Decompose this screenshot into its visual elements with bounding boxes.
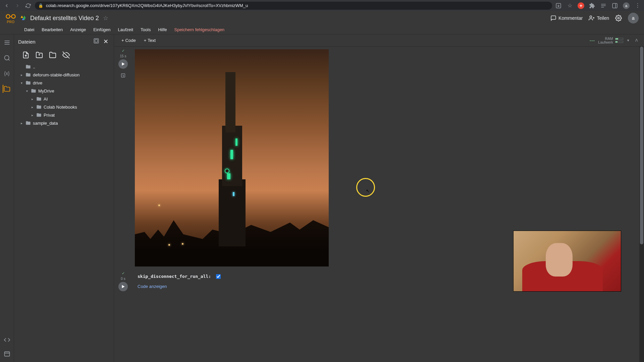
folder-icon [31,88,36,94]
comment-button[interactable]: Kommentar [550,15,583,21]
menu-runtime[interactable]: Laufzeit [115,26,137,34]
cell-1-output-image [135,49,329,266]
notebook-scrollbar[interactable] [639,47,644,362]
tree-row[interactable]: ▸Colab Notebooks [17,103,111,111]
svg-point-8 [590,16,592,18]
star-document-icon[interactable]: ☆ [103,14,108,22]
menu-tools[interactable]: Tools [137,26,154,34]
reading-list-icon[interactable] [600,2,607,9]
document-title[interactable]: Defaukt erstelltes Video 2 [30,15,99,22]
chevron-right-icon[interactable]: ▸ [30,97,34,101]
menu-help[interactable]: Hilfe [155,26,170,34]
scrollbar-thumb[interactable] [640,47,643,244]
chevron-right-icon[interactable]: ▸ [30,105,34,109]
browser-menu-icon[interactable]: ⋮ [634,2,641,9]
share-button[interactable]: Teilen [589,15,609,21]
code-snippets-icon[interactable] [3,336,11,344]
ram-bar [615,38,623,40]
files-icon[interactable] [3,85,11,93]
cell-output-toggle-icon[interactable] [120,73,126,78]
menu-file[interactable]: Datei [21,26,38,34]
svg-point-15 [4,56,9,60]
check-icon: ✓ [122,49,125,53]
cell-2-time: 0 s [121,277,125,281]
upload-icon[interactable] [22,51,30,59]
side-panel-icon[interactable] [611,2,619,9]
pro-badge: PRO [7,20,14,24]
search-icon[interactable] [3,54,11,62]
terminal-icon[interactable] [3,350,11,358]
resource-dropdown-icon[interactable]: ▾ [625,38,631,43]
tree-row[interactable]: ▸sample_data [17,119,111,127]
folder-icon [25,80,31,85]
back-button[interactable] [3,2,11,10]
forward-button[interactable] [13,2,21,10]
extension-red-icon[interactable]: + [578,2,584,9]
user-avatar[interactable]: a [628,13,639,23]
show-code-link[interactable]: Code anzeigen [138,284,167,289]
svg-line-16 [8,59,9,61]
ram-label: RAM [605,37,613,41]
tree-label: sample_data [33,121,58,126]
mount-drive-icon[interactable] [49,51,56,59]
colab-logo[interactable]: PRO [5,13,16,24]
add-text-button[interactable]: +Text [141,37,159,44]
close-panel-icon[interactable]: ✕ [102,38,110,45]
collapse-header-icon[interactable]: ᐱ [633,38,640,43]
new-window-icon[interactable] [93,38,99,45]
svg-marker-23 [122,62,125,65]
menu-view[interactable]: Anzeige [67,26,89,34]
folder-icon [36,96,42,102]
folder-icon [36,112,42,118]
svg-marker-25 [122,285,125,288]
svg-rect-20 [95,40,98,42]
run-cell-1-button[interactable] [118,59,128,69]
tree-row[interactable]: ▾MyDrive [17,87,111,95]
tree-label: AI [44,97,48,102]
file-toolbar [14,49,114,63]
share-icon [589,15,595,21]
install-icon[interactable] [555,2,562,9]
menu-bar: Datei Bearbeiten Anzeige Einfügen Laufze… [0,25,644,35]
toggle-hidden-icon[interactable] [62,51,70,59]
left-rail: {x} [0,35,14,362]
run-cell-2-button[interactable] [118,282,128,291]
reload-button[interactable] [24,2,32,10]
toc-icon[interactable] [3,39,11,47]
file-panel: Dateien ✕ ..▸deforum-stable-diffusion▾dr… [14,35,114,362]
disk-label: Laufwerk [598,41,613,44]
menu-insert[interactable]: Einfügen [90,26,114,34]
svg-point-6 [6,14,10,18]
svg-rect-19 [94,39,99,43]
variables-icon[interactable]: {x} [3,69,11,77]
settings-button[interactable] [615,15,622,21]
menu-edit[interactable]: Bearbeiten [38,26,66,34]
extensions-icon[interactable] [588,2,596,9]
file-tree: ..▸deforum-stable-diffusion▾drive▾MyDriv… [14,63,114,127]
resource-monitor[interactable]: --- RAM Laufwerk ▾ ᐱ [589,37,640,44]
tree-row[interactable]: ▾drive [17,79,111,87]
tree-row[interactable]: ▸deforum-stable-diffusion [17,71,111,79]
url-bar[interactable]: 🔒 colab.research.google.com/drive/107yKR… [35,2,552,10]
chevron-right-icon[interactable]: ▸ [30,113,34,117]
tree-row[interactable]: ▸AI [17,95,111,103]
tree-label: drive [33,80,42,85]
connection-status-icon: --- [589,38,595,44]
webcam-overlay [513,231,621,292]
chevron-down-icon[interactable]: ▾ [25,89,29,93]
chevron-right-icon[interactable]: ▸ [19,73,23,77]
skip-disconnect-checkbox[interactable] [216,274,221,279]
chevron-down-icon[interactable]: ▾ [19,81,23,85]
notebook-content[interactable]: ✓ 15 s [114,47,644,362]
tree-row[interactable]: ▸Privat [17,111,111,119]
svg-rect-4 [612,3,617,8]
browser-actions: ☆ + a ⋮ [555,2,641,9]
profile-avatar[interactable]: a [623,2,630,9]
save-error-message: Speichern fehlgeschlagen [171,26,228,34]
star-icon[interactable]: ☆ [566,2,574,9]
refresh-files-icon[interactable] [36,51,43,59]
tree-row[interactable]: .. [17,63,111,71]
add-code-button[interactable]: +Code [118,37,139,44]
chevron-right-icon[interactable]: ▸ [19,121,23,125]
notebook-toolbar: +Code +Text --- RAM Laufwerk ▾ ᐱ [114,35,644,47]
